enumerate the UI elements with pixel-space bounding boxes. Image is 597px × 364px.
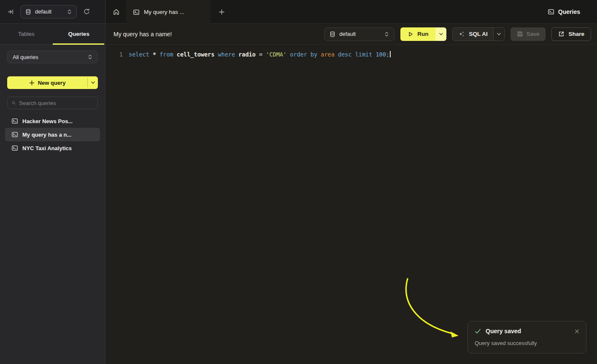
chevron-down-icon: [91, 81, 95, 84]
sparkles-icon: [458, 31, 465, 38]
plus-icon: [29, 80, 35, 86]
code-token: [307, 51, 311, 58]
terminal-square-icon: [548, 8, 554, 15]
code-token: [149, 51, 153, 58]
code-token: from: [159, 51, 173, 58]
code-token: where: [218, 51, 235, 58]
toast-query-saved: Query saved Query saved successfully: [467, 321, 586, 353]
sidebar-tab-queries-label: Queries: [68, 31, 89, 37]
code-token: radio: [238, 51, 256, 58]
code-token: area: [321, 51, 335, 58]
new-query-button[interactable]: New query: [7, 76, 98, 89]
sql-ai-button[interactable]: SQL AI: [453, 28, 493, 40]
code-token: 100: [375, 51, 386, 58]
sql-ai-button-group: SQL AI: [452, 27, 504, 41]
refresh-button[interactable]: [81, 7, 92, 17]
code-token: order: [290, 51, 307, 58]
sidebar-tab-queries[interactable]: Queries: [53, 24, 105, 44]
text-cursor: [390, 51, 391, 57]
chevron-down-icon: [497, 32, 501, 36]
search-queries-input[interactable]: [19, 100, 93, 106]
sidebar-tabs: Tables Queries: [0, 24, 105, 45]
toast-message: Query saved successfully: [475, 340, 579, 346]
sidebar-tab-tables[interactable]: Tables: [0, 24, 53, 44]
sql-console-app: default Tables Queries All queries: [0, 0, 597, 364]
search-queries-box: [7, 97, 98, 109]
sql-ai-button-label: SQL AI: [469, 31, 487, 37]
home-button[interactable]: [111, 7, 121, 17]
new-query-label: New query: [38, 80, 66, 86]
run-button[interactable]: Run: [400, 27, 435, 41]
query-list-item-label: NYC Taxi Analytics: [22, 145, 72, 151]
database-icon: [25, 9, 31, 15]
run-options-dropdown[interactable]: [435, 27, 446, 41]
refresh-icon: [84, 8, 90, 15]
sql-editor[interactable]: 1 select * from cell_towers where radio …: [106, 45, 597, 59]
collapse-sidebar-button[interactable]: [5, 7, 16, 17]
arrow-to-bar-icon: [7, 8, 14, 15]
query-filter-value: All queries: [13, 54, 38, 60]
new-tab-button[interactable]: [216, 7, 227, 17]
query-list-item[interactable]: NYC Taxi Analytics: [5, 141, 100, 155]
chevron-up-down-icon: [88, 54, 92, 59]
code-token: select: [129, 51, 149, 58]
toolbar-database-selector[interactable]: default: [324, 27, 394, 41]
sidebar-body: All queries New query: [0, 45, 105, 155]
sidebar-topbar: default: [0, 0, 105, 24]
sql-ai-dropdown[interactable]: [493, 28, 504, 40]
query-list-item-label: My query has a n...: [22, 132, 71, 138]
toolbar-database-value: default: [339, 31, 356, 37]
magnifier-icon: [12, 100, 16, 106]
terminal-square-icon: [11, 145, 18, 151]
code-token: by: [311, 51, 317, 58]
query-list-item-label: Hacker News Pos...: [22, 118, 73, 124]
code-token: [256, 51, 259, 58]
terminal-square-icon: [11, 131, 18, 138]
terminal-square-icon: [11, 118, 18, 124]
sidebar-database-value: default: [35, 8, 51, 15]
queries-indicator-label: Queries: [558, 8, 580, 15]
query-title: My query has a name!: [113, 31, 172, 38]
new-query-dropdown[interactable]: [88, 76, 98, 89]
code-token: [335, 51, 338, 58]
share-external-icon: [558, 31, 565, 37]
line-number: 1: [106, 50, 123, 59]
toast-header: Query saved: [475, 328, 579, 334]
editor-tabstrip: My query has ... Queries: [106, 0, 597, 24]
check-icon: [475, 329, 481, 334]
code-token: [235, 51, 238, 58]
query-list-item[interactable]: Hacker News Pos...: [5, 114, 100, 128]
terminal-square-icon: [133, 9, 140, 16]
chevron-up-down-icon: [384, 32, 389, 37]
plus-icon: [219, 9, 225, 15]
code-token: *: [153, 51, 156, 58]
sidebar-tab-tables-label: Tables: [18, 31, 35, 37]
toast-close-button[interactable]: [575, 329, 579, 334]
close-icon: [575, 329, 579, 334]
sidebar-database-selector[interactable]: default: [20, 5, 77, 19]
query-list-item-selected[interactable]: My query has a n...: [5, 128, 100, 141]
database-icon: [330, 31, 335, 37]
floppy-disk-icon: [517, 31, 523, 37]
chevron-up-down-icon: [67, 9, 72, 14]
query-filter-select[interactable]: All queries: [7, 51, 98, 63]
play-icon: [408, 31, 413, 37]
new-query-main[interactable]: New query: [7, 76, 87, 89]
code-token: [286, 51, 290, 58]
code-token: =: [259, 51, 262, 58]
code-content[interactable]: select * from cell_towers where radio = …: [129, 50, 391, 59]
code-token: ;: [386, 51, 389, 58]
editor-tab-active[interactable]: My query has ...: [126, 0, 211, 24]
sidebar: default Tables Queries All queries: [0, 0, 105, 364]
code-token: cell_towers: [177, 51, 214, 58]
code-token: limit: [355, 51, 373, 58]
query-toolbar: My query has a name! default Run: [106, 24, 597, 45]
share-button-label: Share: [568, 31, 584, 37]
code-token: [156, 51, 159, 58]
save-button[interactable]: Save: [511, 27, 546, 41]
home-icon: [113, 8, 120, 16]
queries-indicator[interactable]: Queries: [548, 0, 580, 24]
share-button[interactable]: Share: [551, 27, 591, 41]
run-button-group: Run: [400, 27, 446, 41]
code-token: [352, 51, 355, 58]
